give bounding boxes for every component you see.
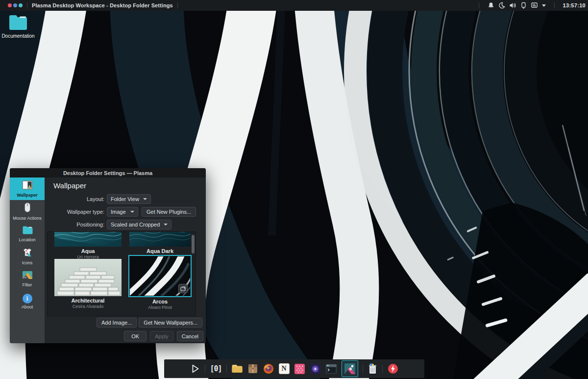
dock-separator (363, 365, 363, 373)
window-buttons (8, 3, 23, 7)
wallpaper-name: Aqua Dark (129, 248, 191, 254)
wallpaper-author: Alvaro Pinot (128, 305, 192, 310)
folder-icon (8, 14, 28, 32)
grid-scrollbar[interactable] (192, 234, 195, 314)
ok-button[interactable]: OK (124, 331, 147, 341)
wallpaper-thumbnail (54, 232, 122, 247)
icons-theme-icon (22, 248, 33, 259)
dialog-titlebar[interactable]: Desktop Folder Settings — Plasma (10, 168, 206, 177)
bracket-launcher-icon[interactable]: [0] (210, 364, 221, 373)
desktop-folder-settings-dialog: Desktop Folder Settings — Plasma Wallpap… (10, 168, 206, 343)
wallpaper-settings-icon-active[interactable] (342, 360, 358, 377)
active-window-title: Plasma Desktop Workspace - Desktop Folde… (32, 2, 173, 8)
filter-icon (22, 271, 33, 281)
cancel-button[interactable]: Cancel (177, 331, 203, 341)
sidebar-item-mouse-actions[interactable]: Mouse Actions (10, 200, 45, 223)
trash-icon[interactable] (368, 363, 378, 375)
dock-separator (382, 365, 383, 373)
chevron-down-icon (130, 211, 134, 213)
close-window-button[interactable] (8, 3, 12, 7)
apply-button[interactable]: Apply (150, 331, 173, 341)
sidebar-item-label: Icons (22, 260, 33, 265)
mouse-icon (24, 202, 31, 215)
desktop-folder-documentation[interactable]: Documentation (4, 14, 32, 39)
panel-separator (177, 2, 178, 8)
wallpaper-item-architectural[interactable]: Architectural Cesira Alvarado (54, 259, 122, 309)
layout-label: Layout: (45, 196, 104, 202)
pattern-app-icon[interactable] (294, 363, 305, 375)
wallpaper-icon (22, 180, 33, 192)
wallpaper-grid: Aqua Uri Herrera (47, 231, 196, 316)
sidebar-item-filter[interactable]: Filter (10, 268, 45, 290)
sidebar-item-wallpaper[interactable]: Wallpaper (10, 177, 45, 200)
dock: [0] N (164, 359, 424, 378)
add-image-button[interactable]: Add Image... (97, 318, 137, 328)
play-launcher-icon[interactable] (190, 363, 200, 374)
dialog-sidebar: Wallpaper Mouse Actions Location (10, 177, 45, 343)
dock-separator (226, 365, 227, 373)
wallpaper-author: Cesira Alvarado (54, 304, 122, 309)
get-new-plugins-button[interactable]: Get New Plugins... (142, 207, 196, 217)
sidebar-item-label: Wallpaper (17, 193, 38, 198)
wallpaper-name: Architectural (54, 298, 122, 303)
firefox-icon[interactable] (263, 363, 274, 375)
wallpaper-type-value: Image (111, 209, 126, 215)
sidebar-item-label: Location (19, 237, 35, 242)
layout-dropdown[interactable]: Folder View (107, 194, 151, 204)
panel-separator (27, 2, 27, 8)
terminal-icon[interactable] (325, 364, 337, 374)
page-title: Wallpaper (45, 177, 206, 190)
folder-icon (22, 226, 33, 236)
device-phone-icon[interactable] (520, 2, 527, 9)
dock-separator (205, 365, 205, 373)
panel-separator (554, 2, 555, 8)
wallpaper-name: Aqua (54, 248, 122, 254)
sidebar-item-about[interactable]: i About (10, 290, 45, 313)
clipboard-display-icon[interactable] (531, 2, 538, 9)
wallpaper-type-label: Wallpaper type: (45, 209, 104, 215)
dialog-content: Wallpaper Layout: Folder View Wallpaper … (45, 177, 206, 343)
chevron-down-icon (143, 198, 147, 200)
notion-icon[interactable]: N (279, 363, 290, 374)
wallpaper-type-dropdown[interactable]: Image (107, 207, 138, 217)
wallpaper-item-aqua[interactable]: Aqua Uri Herrera (54, 232, 122, 259)
minimize-window-button[interactable] (13, 3, 17, 7)
get-new-wallpapers-button[interactable]: Get New Wallpapers... (139, 318, 202, 328)
desktop: Plasma Desktop Workspace - Desktop Folde… (0, 0, 588, 379)
wallpaper-thumbnail (54, 259, 122, 296)
power-icon[interactable] (387, 363, 399, 375)
sidebar-item-icons[interactable]: Icons (10, 245, 45, 268)
positioning-value: Scaled and Cropped (111, 222, 160, 227)
tray-expand-caret-icon[interactable] (542, 4, 546, 7)
open-containing-folder-button[interactable] (178, 284, 188, 293)
chevron-down-icon (164, 224, 168, 226)
top-panel: Plasma Desktop Workspace - Desktop Folde… (0, 0, 588, 11)
selected-wallpaper-frame (128, 255, 192, 297)
about-info-icon: i (23, 294, 32, 303)
night-color-moon-icon[interactable] (498, 2, 505, 9)
positioning-label: Positioning: (45, 222, 104, 227)
panel-separator (479, 2, 479, 8)
scrollbar-thumb[interactable] (192, 235, 195, 253)
file-manager-icon[interactable] (231, 364, 243, 374)
wallpaper-thumbnail (129, 232, 191, 247)
orb-app-icon[interactable] (310, 363, 321, 375)
package-app-icon[interactable] (247, 363, 258, 374)
volume-speaker-icon[interactable] (509, 2, 516, 9)
desktop-icon-label: Documentation (1, 33, 34, 39)
notifications-bell-icon[interactable] (488, 2, 494, 9)
maximize-window-button[interactable] (19, 3, 23, 7)
sidebar-item-location[interactable]: Location (10, 223, 45, 245)
wallpaper-item-arcos-selected[interactable]: Arcos Alvaro Pinot (128, 255, 192, 310)
dialog-title: Desktop Folder Settings — Plasma (63, 170, 152, 176)
sidebar-item-label: Mouse Actions (13, 216, 42, 221)
sidebar-item-label: Filter (23, 282, 32, 287)
digital-clock[interactable]: 13:57:10 (563, 2, 586, 8)
sidebar-item-label: About (22, 304, 33, 309)
positioning-dropdown[interactable]: Scaled and Cropped (107, 220, 172, 229)
system-tray: 13:57:10 (474, 0, 586, 11)
wallpaper-name: Arcos (128, 299, 192, 304)
layout-value: Folder View (111, 196, 139, 202)
